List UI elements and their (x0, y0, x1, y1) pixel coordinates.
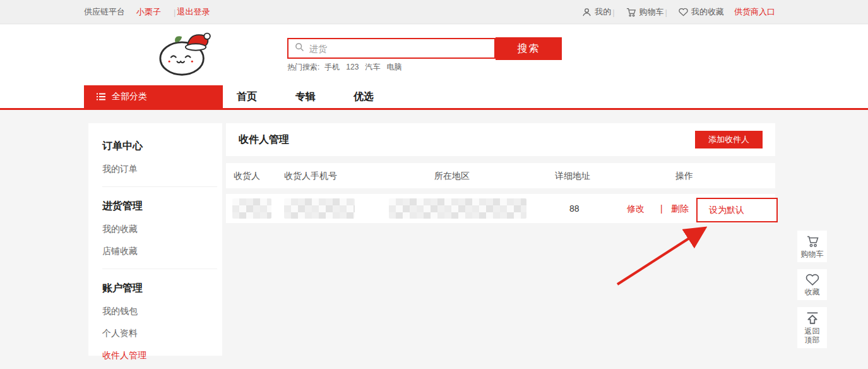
heart-icon (806, 274, 819, 286)
nav-item-home[interactable]: 首页 (237, 85, 257, 108)
redacted-recipient-name (232, 198, 271, 219)
back-to-top-label: 返回顶部 (805, 327, 820, 344)
col-header-address: 详细地址 (555, 163, 590, 188)
page: 供应链平台 小栗子 | 退出登录 我的 | (0, 0, 868, 369)
sidebar-item-my-favorites[interactable]: 我的收藏 (102, 224, 216, 235)
sidebar-item-my-wallet[interactable]: 我的钱包 (102, 306, 216, 317)
topbar-left: 供应链平台 小栗子 | 退出登录 (84, 6, 221, 18)
topbar-right: 我的 | 购物车 | (572, 6, 775, 18)
sidebar: 订单中心 我的订单 进货管理 我的收藏 店铺收藏 账户管理 我的钱包 个人资料 … (88, 123, 222, 356)
page-title: 收件人管理 (239, 133, 289, 147)
topbar-divider: | (174, 8, 175, 17)
sidebar-section-title: 进货管理 (102, 200, 216, 213)
search-input[interactable] (309, 44, 494, 54)
main-titlebar: 收件人管理 添加收件人 (226, 123, 775, 156)
col-header-phone: 收货人手机号 (284, 163, 337, 188)
sidebar-section-title: 账户管理 (102, 282, 216, 295)
col-header-actions: 操作 (675, 163, 693, 188)
category-list-icon (97, 93, 105, 100)
hot-keyword[interactable]: 手机 (324, 63, 340, 71)
brand-text: 供应链平台 (84, 6, 125, 18)
chestnut-mascot-logo (153, 28, 214, 78)
favorites-label: 我的收藏 (691, 6, 724, 18)
sidebar-item-my-orders[interactable]: 我的订单 (102, 164, 216, 175)
search-icon (295, 42, 304, 54)
header: 搜索 热门搜索:手机123汽车电脑 (0, 25, 868, 85)
search-button[interactable]: 搜索 (496, 37, 562, 60)
sidebar-item-shop-favorites[interactable]: 店铺收藏 (102, 246, 216, 257)
cart-icon (806, 235, 819, 248)
table-header-row: 收货人 收货人手机号 所在地区 详细地址 操作 (226, 163, 775, 188)
cart-link[interactable]: 购物车 (626, 6, 664, 18)
cart-label: 购物车 (639, 6, 664, 18)
my-account-label: 我的 (595, 6, 611, 18)
sidebar-section-purchasing: 进货管理 我的收藏 店铺收藏 (88, 187, 222, 269)
col-header-region: 所在地区 (434, 163, 470, 188)
heart-icon (679, 8, 688, 16)
add-recipient-button[interactable]: 添加收件人 (695, 131, 763, 148)
set-default-link[interactable]: 设为默认 (709, 199, 744, 221)
main-nav: 全部分类 首页 专辑 优选 (0, 85, 868, 110)
sidebar-section-orders: 订单中心 我的订单 (88, 127, 222, 186)
cart-icon (626, 8, 636, 17)
hot-search: 热门搜索:手机123汽车电脑 (287, 62, 408, 73)
main-panel: 收件人管理 添加收件人 收货人 收货人手机号 所在地区 详细地址 操作 88 修… (226, 123, 775, 223)
redacted-region (389, 198, 526, 219)
back-to-top-icon (806, 312, 819, 325)
all-categories-button[interactable]: 全部分类 (84, 85, 223, 108)
redacted-phone-number (284, 198, 355, 219)
sidebar-section-title: 订单中心 (102, 140, 216, 153)
nav-item-picks[interactable]: 优选 (354, 85, 374, 108)
edit-link[interactable]: 修改 (627, 194, 645, 223)
float-favorite-button[interactable]: 收藏 (797, 269, 827, 300)
col-header-recipient: 收货人 (234, 163, 260, 188)
table-row: 88 修改 | 删除 设为默认 (226, 194, 775, 223)
hot-keyword[interactable]: 电脑 (386, 63, 401, 71)
user-icon (582, 8, 592, 17)
username-link[interactable]: 小栗子 (136, 6, 161, 18)
address-cell: 88 (569, 194, 580, 223)
topbar-inner: 供应链平台 小栗子 | 退出登录 我的 | (84, 0, 775, 24)
float-favorite-label: 收藏 (805, 287, 820, 296)
sidebar-section-account: 账户管理 我的钱包 个人资料 收件人管理 (88, 269, 222, 369)
favorites-link[interactable]: 我的收藏 (679, 6, 724, 18)
supplier-entry-link[interactable]: 供货商入口 (734, 6, 775, 18)
all-categories-label: 全部分类 (112, 91, 147, 102)
topbar: 供应链平台 小栗子 | 退出登录 我的 | (0, 0, 868, 24)
delete-link[interactable]: 删除 (671, 194, 689, 223)
logout-link[interactable]: 退出登录 (177, 6, 210, 18)
topbar-divider: | (612, 8, 614, 17)
topbar-divider: | (665, 8, 667, 17)
hot-keyword[interactable]: 汽车 (365, 63, 380, 71)
content: 订单中心 我的订单 进货管理 我的收藏 店铺收藏 账户管理 我的钱包 个人资料 … (0, 110, 868, 369)
search-box (287, 38, 496, 59)
float-cart-label: 购物车 (801, 250, 824, 258)
set-default-highlight-box: 设为默认 (696, 198, 778, 222)
hot-search-label: 热门搜索: (287, 63, 319, 71)
sidebar-item-profile[interactable]: 个人资料 (102, 328, 216, 339)
back-to-top-button[interactable]: 返回顶部 (797, 307, 827, 348)
float-quickbar: 购物车 收藏 返回顶部 (797, 231, 827, 355)
my-account-link[interactable]: 我的 (582, 6, 611, 18)
sidebar-item-recipient-management[interactable]: 收件人管理 (102, 350, 216, 361)
site-logo[interactable] (153, 28, 214, 78)
action-divider: | (660, 194, 663, 223)
nav-item-albums[interactable]: 专辑 (295, 85, 316, 108)
float-cart-button[interactable]: 购物车 (797, 231, 827, 262)
hot-keyword[interactable]: 123 (346, 63, 359, 71)
